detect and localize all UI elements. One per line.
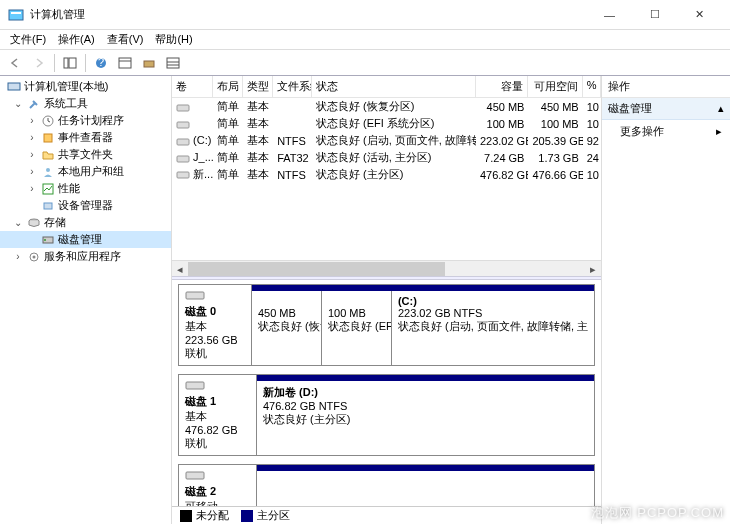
partition[interactable]: (C:) 223.02 GB NTFS 状态良好 (启动, 页面文件, 故障转储… (392, 291, 594, 365)
tree-disk-management[interactable]: 磁盘管理 (0, 231, 171, 248)
disk-1[interactable]: 磁盘 1 基本 476.82 GB 联机 新加卷 (D:) 476.82 GB … (178, 374, 595, 456)
partition[interactable]: 450 MB 状态良好 (恢复 (252, 291, 322, 365)
disk-name: 磁盘 2 (185, 485, 216, 497)
minimize-button[interactable]: — (587, 0, 632, 29)
col-percent[interactable]: % (583, 76, 601, 97)
part-size: 450 MB (258, 307, 296, 319)
help-button[interactable]: ? (90, 52, 112, 74)
scroll-right-icon[interactable]: ▸ (585, 261, 601, 276)
cell: 1.73 GB (528, 151, 582, 165)
menu-action[interactable]: 操作(A) (52, 30, 101, 49)
close-button[interactable]: ✕ (677, 0, 722, 29)
disk-2[interactable]: 磁盘 2 可移动 (178, 464, 595, 506)
collapse-icon[interactable]: ▴ (718, 102, 724, 115)
expand-icon[interactable]: › (26, 132, 38, 143)
svg-rect-14 (44, 134, 52, 142)
expand-icon[interactable]: › (12, 251, 24, 262)
tree-task-scheduler[interactable]: › 任务计划程序 (0, 112, 171, 129)
content-area: 计算机管理(本地) ⌄ 系统工具 › 任务计划程序 › 事件查看器 › 共享文件… (0, 76, 730, 524)
partition[interactable] (257, 471, 594, 479)
col-status[interactable]: 状态 (312, 76, 476, 97)
volume-row[interactable]: 新... 简单 基本 NTFS 状态良好 (主分区) 476.82 GB 476… (172, 166, 601, 183)
expand-icon[interactable]: › (26, 149, 38, 160)
tools-icon (26, 97, 42, 111)
svg-rect-2 (64, 58, 68, 68)
tree-performance[interactable]: › 性能 (0, 180, 171, 197)
cell: 基本 (243, 132, 273, 149)
col-filesystem[interactable]: 文件系统 (273, 76, 312, 97)
horizontal-scrollbar[interactable]: ◂ ▸ (172, 260, 601, 276)
disk-icon (185, 379, 205, 393)
svg-rect-28 (186, 292, 204, 299)
cell: 简单 (213, 166, 243, 183)
cell: 基本 (243, 149, 273, 166)
col-layout[interactable]: 布局 (213, 76, 243, 97)
partition[interactable]: 新加卷 (D:) 476.82 GB NTFS 状态良好 (主分区) (257, 381, 594, 455)
col-free[interactable]: 可用空间 (528, 76, 582, 97)
disk-size: 476.82 GB (185, 424, 238, 436)
expand-icon[interactable]: › (26, 115, 38, 126)
tree-storage[interactable]: ⌄ 存储 (0, 214, 171, 231)
partition[interactable]: 100 MB 状态良好 (EF (322, 291, 392, 365)
show-hide-tree-button[interactable] (59, 52, 81, 74)
tree-services-apps[interactable]: › 服务和应用程序 (0, 248, 171, 265)
expand-icon[interactable]: › (26, 183, 38, 194)
cell: 476.82 GB (476, 168, 529, 182)
menu-file[interactable]: 文件(F) (4, 30, 52, 49)
col-volume[interactable]: 卷 (172, 76, 213, 97)
tree-label: 任务计划程序 (58, 113, 124, 128)
actions-section[interactable]: 磁盘管理 ▴ (602, 98, 730, 120)
app-icon (8, 7, 24, 23)
back-button[interactable] (4, 52, 26, 74)
svg-rect-29 (186, 382, 204, 389)
forward-button[interactable] (28, 52, 50, 74)
tree-system-tools[interactable]: ⌄ 系统工具 (0, 95, 171, 112)
svg-rect-30 (186, 472, 204, 479)
tree-local-users[interactable]: › 本地用户和组 (0, 163, 171, 180)
cell: 92 (583, 134, 601, 148)
disk-0[interactable]: 磁盘 0 基本 223.56 GB 联机 450 MB 状态良好 (恢复 100… (178, 284, 595, 366)
legend-unallocated: 未分配 (180, 508, 229, 523)
cell: 10 (583, 100, 601, 114)
col-capacity[interactable]: 容量 (476, 76, 529, 97)
cell: 10 (583, 168, 601, 182)
svg-point-22 (33, 255, 36, 258)
legend-primary: 主分区 (241, 508, 290, 523)
volume-row[interactable]: 简单 基本 状态良好 (恢复分区) 450 MB 450 MB 10 (172, 98, 601, 115)
tree-event-viewer[interactable]: › 事件查看器 (0, 129, 171, 146)
cell: 基本 (243, 115, 273, 132)
disk-info: 磁盘 2 可移动 (179, 465, 257, 506)
menu-help[interactable]: 帮助(H) (149, 30, 198, 49)
part-label: 新加卷 (D:) (263, 386, 318, 398)
part-size: 223.02 GB NTFS (398, 307, 482, 319)
tree-root[interactable]: 计算机管理(本地) (0, 78, 171, 95)
refresh-button[interactable] (114, 52, 136, 74)
volume-row[interactable]: J_... 简单 基本 FAT32 状态良好 (活动, 主分区) 7.24 GB… (172, 149, 601, 166)
maximize-button[interactable]: ☐ (632, 0, 677, 29)
scroll-left-icon[interactable]: ◂ (172, 261, 188, 276)
volume-row[interactable]: 简单 基本 状态良好 (EFI 系统分区) 100 MB 100 MB 10 (172, 115, 601, 132)
svg-point-20 (44, 239, 46, 241)
menu-view[interactable]: 查看(V) (101, 30, 150, 49)
collapse-icon[interactable]: ⌄ (12, 217, 24, 228)
cell (273, 123, 312, 125)
actions-header: 操作 (602, 76, 730, 98)
col-type[interactable]: 类型 (243, 76, 273, 97)
tree-shared-folders[interactable]: › 共享文件夹 (0, 146, 171, 163)
svg-rect-25 (177, 139, 189, 145)
disk-icon (185, 289, 205, 303)
expand-icon[interactable]: › (26, 166, 38, 177)
tree-device-manager[interactable]: 设备管理器 (0, 197, 171, 214)
settings-button[interactable] (138, 52, 160, 74)
volume-row[interactable]: (C:) 简单 基本 NTFS 状态良好 (启动, 页面文件, 故障转储, 主分… (172, 132, 601, 149)
storage-icon (26, 216, 42, 230)
actions-more[interactable]: 更多操作 ▸ (602, 120, 730, 143)
cell: 状态良好 (EFI 系统分区) (312, 115, 476, 132)
center-pane: 卷 布局 类型 文件系统 状态 容量 可用空间 % 简单 基本 状态良好 (恢复… (172, 76, 602, 524)
tree-label: 设备管理器 (58, 198, 113, 213)
collapse-icon[interactable]: ⌄ (12, 98, 24, 109)
disk-partitions (257, 465, 594, 506)
list-button[interactable] (162, 52, 184, 74)
svg-rect-3 (69, 58, 76, 68)
scroll-thumb[interactable] (188, 262, 445, 276)
